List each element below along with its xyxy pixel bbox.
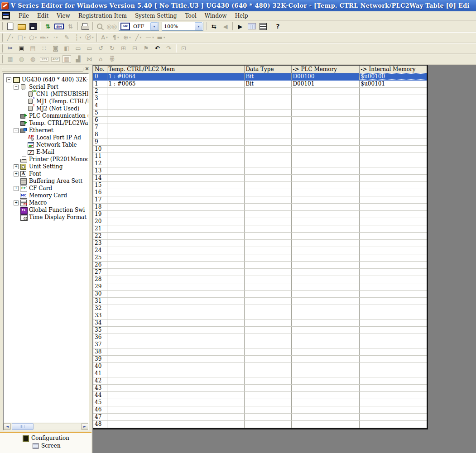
cell-internal-memory[interactable]: [359, 362, 427, 370]
cell-plc-memory[interactable]: [291, 254, 359, 261]
chevron-down-icon[interactable]: ▾: [92, 36, 94, 39]
cell-blank[interactable]: [175, 247, 244, 254]
tree-item-ug430-640-480-32k[interactable]: −UG430 (640 * 480) 32K-: [4, 76, 88, 83]
select-mode-button[interactable]: ⊡: [178, 43, 189, 53]
cell-no[interactable]: 2: [93, 87, 107, 95]
cell-plc-memory[interactable]: [291, 355, 359, 362]
cell-data-type[interactable]: [244, 305, 291, 312]
cell-internal-memory[interactable]: [359, 196, 427, 203]
chevron-down-icon[interactable]: ▾: [140, 36, 142, 39]
cell-data-type[interactable]: [244, 319, 291, 326]
cell-data-type[interactable]: [244, 196, 291, 203]
cell-blank[interactable]: [175, 334, 244, 341]
cell-internal-memory[interactable]: [359, 276, 427, 283]
cell-temp-ctrl-plc2-mem[interactable]: [107, 391, 175, 399]
cell-no[interactable]: 10: [93, 145, 107, 153]
cell-plc-memory[interactable]: [291, 276, 359, 283]
zoom-tool-button[interactable]: [95, 22, 106, 31]
cell-internal-memory[interactable]: [359, 297, 427, 305]
cell-no[interactable]: 46: [93, 406, 107, 413]
cell-data-type[interactable]: [244, 95, 291, 102]
cell-internal-memory[interactable]: [359, 370, 427, 377]
cell-plc-memory[interactable]: [291, 319, 359, 326]
new-document-button[interactable]: [5, 22, 16, 31]
cell-plc-memory[interactable]: [291, 399, 359, 406]
collapse-icon[interactable]: −: [6, 77, 11, 82]
cell-temp-ctrl-plc2-mem[interactable]: [107, 319, 175, 326]
cell-no[interactable]: 24: [93, 247, 107, 254]
cell-temp-ctrl-plc2-mem[interactable]: [107, 305, 175, 312]
shape-change-button[interactable]: ◧: [61, 43, 72, 53]
cell-plc-memory[interactable]: [291, 124, 359, 131]
zoom-combo[interactable]: 100% ▾: [162, 22, 203, 31]
scale-tool-button[interactable]: ┆▾: [72, 33, 84, 42]
cell-temp-ctrl-plc2-mem[interactable]: [107, 218, 175, 225]
cell-blank[interactable]: [175, 268, 244, 276]
cell-temp-ctrl-plc2-mem[interactable]: [107, 181, 175, 189]
numeric-display-part-button[interactable]: 123: [38, 54, 50, 64]
cell-plc-memory[interactable]: [291, 102, 359, 109]
cell-data-type[interactable]: [244, 276, 291, 283]
cell-no[interactable]: 1: [93, 80, 107, 87]
chevron-down-icon[interactable]: ▾: [129, 36, 131, 39]
cell-internal-memory[interactable]: [359, 189, 427, 196]
cell-internal-memory[interactable]: [359, 145, 427, 153]
cell-temp-ctrl-plc2-mem[interactable]: [107, 203, 175, 210]
cell-blank[interactable]: [175, 348, 244, 355]
cell-data-type[interactable]: [244, 377, 291, 384]
cell-blank[interactable]: [175, 341, 244, 348]
group-button[interactable]: ⊞: [118, 43, 129, 53]
cell-data-type[interactable]: [244, 124, 291, 131]
chevron-down-icon[interactable]: ▾: [152, 36, 154, 39]
cell-internal-memory[interactable]: [359, 131, 427, 138]
cell-data-type[interactable]: [244, 355, 291, 362]
cell-blank[interactable]: [175, 305, 244, 312]
cell-data-type[interactable]: [244, 312, 291, 319]
cell-no[interactable]: 15: [93, 181, 107, 189]
cell-plc-memory[interactable]: [291, 95, 359, 102]
cell-plc-memory[interactable]: [291, 348, 359, 355]
print-button[interactable]: [80, 22, 91, 31]
cell-internal-memory[interactable]: [359, 254, 427, 261]
font-setting-button[interactable]: A▾: [99, 33, 110, 42]
cell-data-type[interactable]: [244, 203, 291, 210]
cell-internal-memory[interactable]: [359, 174, 427, 181]
cell-blank[interactable]: [175, 167, 244, 174]
cell-temp-ctrl-plc2-mem[interactable]: [107, 145, 175, 153]
cell-no[interactable]: 0: [93, 73, 107, 80]
cell-plc-memory[interactable]: [291, 87, 359, 95]
paint-tool-button[interactable]: ✎: [61, 33, 72, 42]
cell-blank[interactable]: [175, 261, 244, 268]
cell-temp-ctrl-plc2-mem[interactable]: [107, 247, 175, 254]
pin-button[interactable]: ⚑: [140, 43, 152, 53]
cell-data-type[interactable]: [244, 406, 291, 413]
undo-button[interactable]: ↶: [152, 43, 163, 53]
graph-part-button[interactable]: ▟: [72, 54, 84, 64]
cell-blank[interactable]: [175, 210, 244, 218]
cell-internal-memory[interactable]: [359, 181, 427, 189]
cell-plc-memory[interactable]: [291, 391, 359, 399]
cell-internal-memory[interactable]: [359, 334, 427, 341]
cell-blank[interactable]: [175, 225, 244, 232]
cell-no[interactable]: 18: [93, 203, 107, 210]
tree-item-mj2-not-used[interactable]: 2MJ2 (Not Used): [4, 105, 88, 112]
cell-no[interactable]: 32: [93, 305, 107, 312]
cell-blank[interactable]: [175, 391, 244, 399]
cell-blank[interactable]: [175, 131, 244, 138]
cell-plc-memory[interactable]: [291, 370, 359, 377]
cell-internal-memory[interactable]: [359, 268, 427, 276]
cell-blank[interactable]: [175, 312, 244, 319]
cell-no[interactable]: 7: [93, 124, 107, 131]
cell-no[interactable]: 38: [93, 348, 107, 355]
cell-internal-memory[interactable]: [359, 95, 427, 102]
relay-part-button[interactable]: ⋈: [84, 54, 95, 64]
cell-internal-memory[interactable]: [359, 391, 427, 399]
cell-data-type[interactable]: [244, 225, 291, 232]
cell-blank[interactable]: [175, 153, 244, 160]
cell-temp-ctrl-plc2-mem[interactable]: [107, 174, 175, 181]
cell-data-type[interactable]: [244, 232, 291, 239]
cell-temp-ctrl-plc2-mem[interactable]: [107, 116, 175, 124]
cell-blank[interactable]: [175, 95, 244, 102]
cell-blank[interactable]: [175, 80, 244, 87]
cell-plc-memory[interactable]: [291, 232, 359, 239]
